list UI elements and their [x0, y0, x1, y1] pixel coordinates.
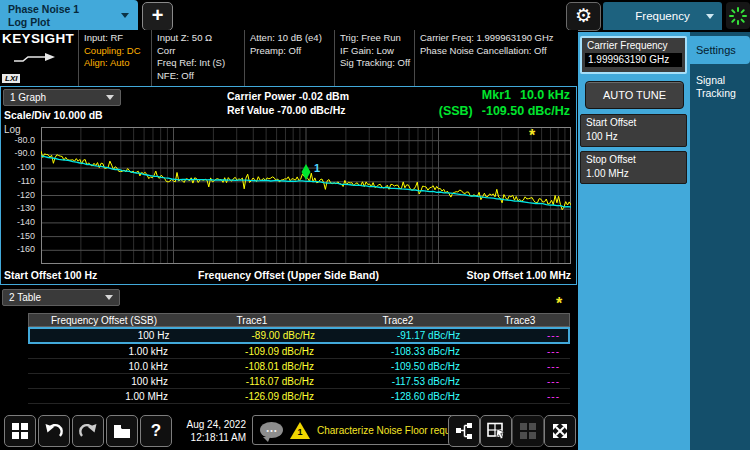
ref-value-label: Ref Value -70.00 dBc/Hz: [227, 104, 349, 118]
brand-logo: KEYSIGHT: [0, 30, 78, 47]
table-row[interactable]: 10.0 kHz-108.01 dBc/Hz-109.50 dBc/Hz---: [28, 359, 570, 374]
windows-start-button[interactable]: [4, 415, 36, 447]
y-tick-label: -120: [1, 190, 35, 200]
redo-button[interactable]: [72, 415, 104, 447]
folder-icon: [113, 424, 131, 439]
fullscreen-button[interactable]: [544, 415, 576, 447]
graph-window[interactable]: 1 Graph Scale/Div 10.000 dB Carrier Powe…: [0, 86, 577, 285]
window-grid-icon: [519, 422, 537, 440]
warning-indicator[interactable]: 1: [290, 422, 310, 439]
y-tick-label: -160: [1, 244, 35, 254]
tab-settings[interactable]: Settings: [690, 36, 750, 64]
col-header-trace2: Trace2: [325, 315, 471, 326]
file-button[interactable]: [106, 415, 138, 447]
messages-icon[interactable]: …: [260, 422, 283, 438]
carrier-power-label: Carrier Power -0.02 dBm: [227, 90, 349, 104]
input-z-status: Input Z: 50 Ω: [157, 32, 239, 45]
tab-signal-tracking[interactable]: Signal Tracking: [690, 70, 750, 104]
activity-indicator-icon: [726, 2, 750, 29]
frequency-menu-panel: Carrier Frequency 1.999963190 GHz AUTO T…: [578, 32, 690, 450]
sig-tracking-status: Sig Tracking: Off: [340, 57, 409, 70]
carrier-freq-status: Carrier Freq: 1.999963190 GHz: [420, 32, 573, 45]
carrier-frequency-value: 1.999963190 GHz: [585, 53, 682, 67]
windows-logo-icon: [12, 423, 28, 439]
window-select-button[interactable]: [480, 415, 512, 447]
marker-readout: Mkr110.0 kHz (SSB)-109.50 dBc/Hz: [430, 88, 570, 119]
table-window-selector[interactable]: 2 Table: [2, 289, 120, 306]
window-grid-button[interactable]: [512, 415, 544, 447]
undo-button[interactable]: [38, 415, 70, 447]
warning-message: Characterize Noise Floor required: [317, 425, 467, 436]
nfe-status: NFE: Off: [157, 70, 239, 83]
y-tick-label: -100: [1, 162, 35, 172]
svg-text:1: 1: [314, 162, 320, 174]
input-status: Input: RF: [84, 32, 146, 45]
scale-div-label: Scale/Div 10.000 dB: [4, 109, 103, 121]
block-diagram-button[interactable]: [448, 415, 480, 447]
corr-status: Corr: [157, 45, 239, 58]
y-tick-label: -80.0: [1, 135, 35, 145]
expand-arrows-icon: [551, 422, 569, 440]
rf-input-arrow-icon: [14, 50, 58, 64]
table-row[interactable]: 1.00 MHz-126.09 dBc/Hz-128.60 dBc/Hz---: [28, 389, 570, 404]
help-button[interactable]: ?: [140, 415, 172, 447]
stop-offset-value: 1.00 MHz: [586, 168, 681, 180]
preamp-status: Preamp: Off: [250, 45, 329, 58]
instrument-screen: Phase Noise 1 Log Plot + ⚙ Frequency KEY…: [0, 0, 750, 450]
warning-count: 1: [290, 427, 310, 437]
log-scale-label: Log: [4, 124, 21, 135]
plot-area[interactable]: 1: [41, 127, 571, 264]
add-measurement-button[interactable]: +: [142, 2, 173, 31]
stop-offset-field[interactable]: Stop Offset 1.00 MHz: [580, 151, 687, 184]
start-offset-label: Start Offset: [586, 117, 681, 129]
y-tick-label: -90.0: [1, 148, 35, 158]
table-row[interactable]: 100 Hz-89.00 dBc/Hz-91.17 dBc/Hz---: [28, 327, 570, 344]
chevron-down-icon: [121, 13, 129, 18]
chevron-down-icon: [106, 95, 114, 100]
chevron-down-icon: [105, 295, 113, 300]
start-offset-value: 100 Hz: [586, 131, 681, 143]
table-row[interactable]: 100 kHz-116.07 dBc/Hz-117.53 dBc/Hz---: [28, 374, 570, 389]
col-header-offset: Frequency Offset (SSB): [29, 315, 179, 326]
marker-frequency: 10.0 kHz: [520, 88, 570, 104]
brand-block: KEYSIGHT LXI: [0, 30, 78, 86]
auto-tune-button[interactable]: AUTO TUNE: [585, 81, 684, 109]
gear-icon[interactable]: ⚙: [566, 2, 601, 31]
measurement-tab[interactable]: Phase Noise 1 Log Plot: [0, 0, 138, 30]
carrier-frequency-field[interactable]: Carrier Frequency 1.999963190 GHz: [580, 36, 687, 74]
carrier-frequency-label: Carrier Frequency: [587, 40, 680, 52]
graph-window-selector[interactable]: 1 Graph: [3, 89, 121, 106]
menu-tabs-column: Settings Signal Tracking: [690, 32, 750, 450]
atten-status: Atten: 10 dB (e4): [250, 32, 329, 45]
table-window[interactable]: 2 Table * Frequency Offset (SSB) Trace1 …: [0, 287, 577, 410]
stop-offset-axis-label: Stop Offset 1.00 MHz: [467, 269, 571, 281]
stop-offset-label: Stop Offset: [586, 154, 681, 166]
window-select-icon: [487, 422, 506, 441]
lxi-badge: LXI: [2, 74, 20, 83]
uncal-asterisk-badge: *: [556, 295, 562, 313]
col-header-trace1: Trace1: [179, 315, 325, 326]
trig-status: Trig: Free Run: [340, 32, 409, 45]
bottom-toolbar: ? Aug 24, 2022 12:18:11 AM … 1 Character…: [0, 412, 578, 450]
marker-value: -109.50 dBc/Hz: [482, 104, 570, 120]
y-tick-label: -140: [1, 217, 35, 227]
measurement-tab-line1: Phase Noise 1: [8, 3, 130, 16]
date-text: Aug 24, 2022: [176, 418, 246, 431]
datetime-display: Aug 24, 2022 12:18:11 AM: [176, 418, 246, 444]
freq-ref-status: Freq Ref: Int (S): [157, 57, 239, 70]
menu-category-dropdown[interactable]: Frequency: [603, 2, 722, 30]
undo-icon: [44, 422, 64, 440]
marker-name: Mkr1: [482, 88, 511, 104]
time-text: 12:18:11 AM: [176, 431, 246, 444]
measurement-tab-line2: Log Plot: [8, 16, 130, 29]
decade-table: Frequency Offset (SSB) Trace1 Trace2 Tra…: [28, 313, 570, 404]
coupling-status: Coupling: DC: [84, 45, 146, 58]
header-col-atten: Atten: 10 dB (e4) Preamp: Off: [244, 30, 334, 86]
redo-icon: [78, 422, 98, 440]
table-row[interactable]: 1.00 kHz-109.09 dBc/Hz-108.33 dBc/Hz---: [28, 344, 570, 359]
menu-category-label: Frequency: [635, 10, 689, 22]
table-header-row: Frequency Offset (SSB) Trace1 Trace2 Tra…: [28, 313, 570, 327]
y-tick-label: -150: [1, 231, 35, 241]
start-offset-field[interactable]: Start Offset 100 Hz: [580, 114, 687, 147]
col-header-trace3: Trace3: [471, 315, 569, 326]
